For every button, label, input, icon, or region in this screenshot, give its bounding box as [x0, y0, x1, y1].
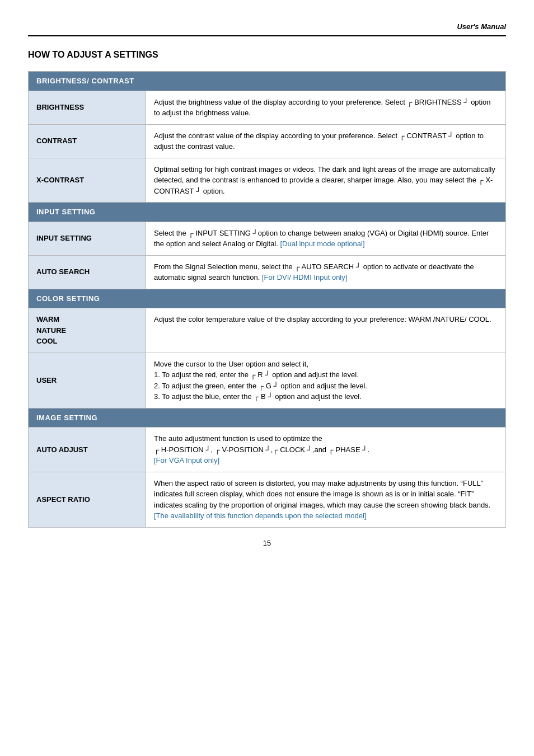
description-cell: Adjust the contrast value of the display… — [146, 124, 506, 158]
link-text: [Dual input mode optional] — [280, 240, 364, 248]
description-cell: Select the ┌ INPUT SETTING ┘option to ch… — [146, 222, 506, 255]
label-cell: AUTO ADJUST — [29, 428, 146, 472]
section-header-3: IMAGE SETTING — [29, 408, 506, 428]
label-cell: CONTRAST — [29, 124, 146, 158]
description-cell: Move the cursor to the User option and s… — [146, 353, 506, 408]
table-row: BRIGHTNESSAdjust the brightness value of… — [29, 91, 506, 124]
page-header: User's Manual — [28, 22, 506, 31]
table-row: AUTO SEARCHFrom the Signal Selection men… — [29, 255, 506, 289]
description-cell: When the aspect ratio of screen is disto… — [146, 472, 506, 527]
description-cell: The auto adjustment function is used to … — [146, 428, 506, 472]
section-header-0: BRIGHTNESS/ CONTRAST — [29, 72, 506, 91]
label-cell: USER — [29, 353, 146, 408]
settings-table: BRIGHTNESS/ CONTRASTBRIGHTNESSAdjust the… — [28, 71, 506, 528]
description-cell: Adjust the brightness value of the displ… — [146, 91, 506, 124]
label-cell: ASPECT RATIO — [29, 472, 146, 527]
table-row: WARMNATURECOOLAdjust the color temperatu… — [29, 308, 506, 353]
page-number: 15 — [28, 539, 506, 547]
table-row: X-CONTRASTOptimal setting for high contr… — [29, 158, 506, 203]
table-row: ASPECT RATIOWhen the aspect ratio of scr… — [29, 472, 506, 527]
header-divider — [28, 35, 506, 36]
section-header-1: INPUT SETTING — [29, 203, 506, 222]
link-text: [For VGA Input only] — [154, 456, 219, 464]
description-cell: From the Signal Selection menu, select t… — [146, 255, 506, 289]
table-row: CONTRASTAdjust the contrast value of the… — [29, 124, 506, 158]
link-text: [For DVI/ HDMI Input only] — [262, 273, 347, 281]
label-cell: X-CONTRAST — [29, 158, 146, 203]
label-cell: BRIGHTNESS — [29, 91, 146, 124]
label-cell: WARMNATURECOOL — [29, 308, 146, 353]
page-title: HOW TO ADJUST A SETTINGS — [28, 50, 506, 60]
section-header-2: COLOR SETTING — [29, 289, 506, 308]
description-cell: Adjust the color temperature value of th… — [146, 308, 506, 353]
description-cell: Optimal setting for high contrast images… — [146, 158, 506, 203]
table-row: AUTO ADJUSTThe auto adjustment function … — [29, 428, 506, 472]
table-row: USERMove the cursor to the User option a… — [29, 353, 506, 408]
table-row: INPUT SETTINGSelect the ┌ INPUT SETTING … — [29, 222, 506, 255]
label-cell: AUTO SEARCH — [29, 255, 146, 289]
link-text: [The availability of this function depen… — [154, 511, 366, 520]
label-cell: INPUT SETTING — [29, 222, 146, 255]
